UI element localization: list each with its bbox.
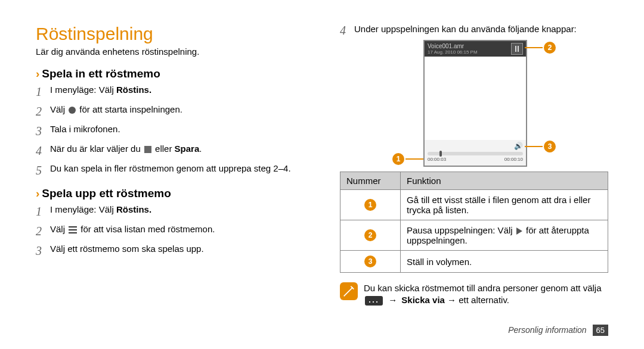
callout-line bbox=[525, 146, 543, 147]
more-icon bbox=[365, 296, 383, 306]
table-row: 2 Pausa uppspelningen: Välj för att åter… bbox=[340, 220, 608, 251]
page-number: 65 bbox=[593, 325, 608, 336]
callout-2: 2 bbox=[544, 42, 556, 54]
chevron-icon: › bbox=[36, 187, 39, 200]
pause-icon bbox=[511, 43, 523, 55]
note: Du kan skicka röstmemot till andra perso… bbox=[340, 282, 608, 307]
footer-section: Personlig information bbox=[508, 325, 587, 335]
page-footer: Personlig information 65 bbox=[508, 325, 608, 336]
list-item: 1 I menyläge: Välj Röstins. bbox=[36, 84, 304, 100]
list-item: 3 Välj ett röstmemo som ska spelas upp. bbox=[36, 243, 304, 259]
th-number: Nummer bbox=[340, 172, 401, 190]
step-number: 5 bbox=[36, 163, 50, 179]
function-table: Nummer Funktion 1 Gå till ett visst stäl… bbox=[340, 172, 608, 273]
page-title: Röstinspelning bbox=[36, 24, 304, 44]
phone-mockup: Voice001.amr 17 Aug. 2010 06:15 PM 🔊 00:… bbox=[423, 40, 527, 167]
play-steps: 1 I menyläge: Välj Röstins. 2 Välj för a… bbox=[36, 204, 304, 259]
list-icon bbox=[69, 226, 77, 233]
list-item: 4 När du är klar väljer du eller Spara. bbox=[36, 143, 304, 159]
time-total: 00:00:10 bbox=[504, 157, 523, 162]
step-number: 3 bbox=[36, 123, 50, 139]
play-heading: ›Spela upp ett röstmemo bbox=[36, 187, 304, 200]
step-number: 1 bbox=[36, 84, 50, 100]
callout-1: 1 bbox=[392, 153, 404, 165]
note-icon bbox=[340, 282, 358, 300]
callout-3: 3 bbox=[544, 141, 556, 152]
table-row: 3 Ställ in volymen. bbox=[340, 251, 608, 273]
callout-1-badge: 1 bbox=[364, 199, 376, 211]
callout-3-badge: 3 bbox=[364, 255, 376, 267]
table-row: 1 Gå till ett visst ställe i filen genom… bbox=[340, 190, 608, 220]
func-text: Gå till ett visst ställe i filen genom a… bbox=[401, 190, 608, 220]
list-item: 2 Välj för att starta inspelningen. bbox=[36, 104, 304, 120]
callout-line bbox=[405, 158, 423, 160]
volume-icon: 🔊 bbox=[514, 142, 523, 150]
callout-line bbox=[525, 47, 543, 48]
progress-bar bbox=[428, 152, 523, 155]
phone-filename: Voice001.amr bbox=[428, 43, 478, 49]
step-number: 3 bbox=[36, 243, 50, 259]
func-text: Ställ in volymen. bbox=[401, 251, 608, 273]
chevron-icon: › bbox=[36, 67, 39, 80]
record-heading: ›Spela in ett röstmemo bbox=[36, 67, 304, 80]
lead-text: Under uppspelningen kan du använda följa… bbox=[354, 24, 577, 34]
list-item: 2 Välj för att visa listan med röstmemon… bbox=[36, 223, 304, 239]
record-heading-text: Spela in ett röstmemo bbox=[42, 67, 160, 80]
step-number: 2 bbox=[36, 104, 50, 120]
stop-icon bbox=[144, 146, 151, 153]
record-steps: 1 I menyläge: Välj Röstins. 2 Välj för a… bbox=[36, 84, 304, 179]
func-text: Pausa uppspelningen: Välj för att återup… bbox=[401, 220, 608, 251]
step-number: 4 bbox=[36, 143, 50, 159]
step-number: 2 bbox=[36, 223, 50, 239]
step-number: 4 bbox=[340, 24, 354, 38]
time-elapsed: 00:00:03 bbox=[428, 157, 446, 162]
list-item: 1 I menyläge: Välj Röstins. bbox=[36, 204, 304, 220]
list-item: 5 Du kan spela in fler röstmemon genom a… bbox=[36, 163, 304, 179]
step-number: 1 bbox=[36, 204, 50, 220]
callout-2-badge: 2 bbox=[364, 229, 376, 241]
intro-text: Lär dig använda enhetens röstinspelning. bbox=[36, 46, 304, 57]
list-item: 3 Tala i mikrofonen. bbox=[36, 123, 304, 139]
record-icon bbox=[69, 107, 76, 114]
play-icon bbox=[516, 228, 522, 235]
th-function: Funktion bbox=[401, 172, 608, 190]
play-heading-text: Spela upp ett röstmemo bbox=[42, 187, 171, 200]
phone-datetime: 17 Aug. 2010 06:15 PM bbox=[428, 49, 478, 55]
